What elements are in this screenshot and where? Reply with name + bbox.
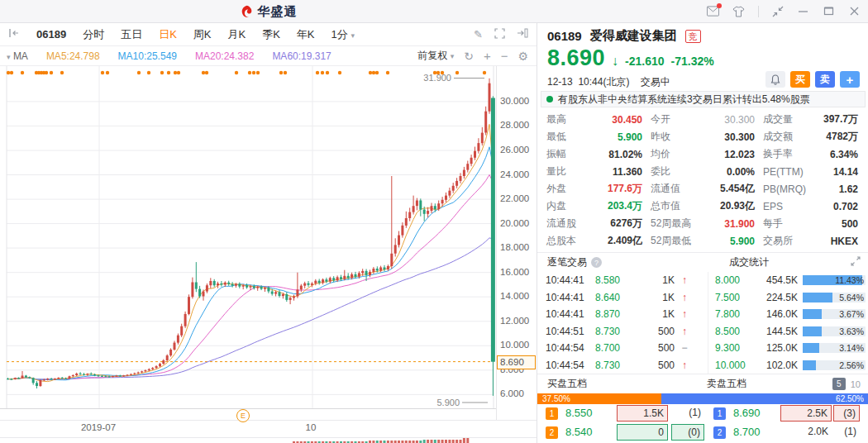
minute-dropdown[interactable]: 1分 ▾ — [331, 27, 355, 42]
stat-price: 8.500 — [715, 326, 755, 337]
sell-order-count: (3) — [833, 405, 860, 422]
price-scale: 30.00028.00026.00024.00022.00020.00018.0… — [496, 66, 537, 420]
volume-pane-clipped — [0, 438, 496, 443]
stat-bar-fill — [803, 309, 822, 319]
expand-stats-icon[interactable] — [851, 256, 861, 269]
tick-row: 10:44:518.730500↑ — [537, 323, 708, 341]
tick-row: 10:44:548.700500− — [537, 340, 708, 357]
news-ticker[interactable]: 有股东从非中央结算系统连续3交易日累计转出5.48%股票 — [541, 91, 866, 107]
tick-list: 10:44:418.5801K↑10:44:418.6401K↑10:44:41… — [537, 272, 708, 374]
mail-icon[interactable] — [707, 6, 719, 18]
sell-price[interactable]: 8.690 — [733, 407, 777, 419]
quote-value: 30.450 — [612, 114, 642, 126]
close-icon[interactable] — [849, 6, 861, 18]
stat-bar: 2.56% — [803, 360, 866, 370]
sell-button[interactable]: 卖 — [815, 71, 835, 88]
quote-column: 今开30.300昨收30.300均价12.023委比0.00%流通值5.454亿… — [646, 111, 759, 250]
y-axis-label: 28.000 — [500, 120, 529, 130]
sell-quantity[interactable]: 2.0K — [780, 424, 832, 441]
sell-quantity[interactable]: 2.5K — [780, 405, 832, 422]
dock-right-icon[interactable] — [517, 28, 528, 41]
quote-label: 流通股 — [546, 217, 576, 231]
buy-quantity[interactable]: 1.5K — [617, 405, 668, 422]
quote-value: 12.023 — [724, 149, 755, 160]
candlestick-chart[interactable]: 31.9005.900 — [0, 66, 496, 409]
tick-up-arrow-icon: ↑ — [675, 308, 694, 320]
buy-quantity[interactable]: 0 — [617, 424, 668, 441]
tick-time: 10:44:41 — [546, 274, 595, 286]
fullscreen-icon[interactable] — [494, 28, 505, 41]
x-axis-label: 10 — [306, 422, 317, 432]
adjust-mode-dropdown[interactable]: 前复权 ▾ — [417, 49, 454, 63]
last-price: 8.690 — [547, 45, 605, 71]
draw-pencil-icon[interactable]: ✎ — [474, 28, 483, 41]
quote-row: 成交额4782万 — [759, 128, 862, 145]
stat-bar-fill — [803, 293, 832, 302]
quote-value: 6276万 — [610, 217, 642, 231]
svg-text:5.900: 5.900 — [436, 398, 460, 407]
buy-button[interactable]: 买 — [790, 71, 810, 88]
zoom-out-icon[interactable]: − — [501, 49, 508, 63]
sell-depth-title: 卖盘五档 — [707, 377, 746, 391]
y-axis-label: 6.000 — [500, 388, 524, 398]
refresh-icon[interactable]: ↻ — [464, 50, 474, 63]
depth-row: 28.5400(0)28.7002.0K(1) — [537, 423, 868, 442]
y-axis-label: 30.000 — [500, 96, 529, 106]
quote-label: 流通值 — [651, 182, 680, 196]
ma10-value: MA10:25.549 — [118, 50, 177, 62]
sell-price[interactable]: 8.700 — [733, 426, 777, 438]
tab-period-4[interactable]: 月K — [228, 27, 246, 42]
quote-value: 1.62 — [839, 183, 858, 195]
last-price-tag: 8.690 — [497, 355, 536, 369]
flame-logo-icon — [240, 5, 254, 19]
quote-label: 每手 — [763, 217, 783, 231]
stat-price: 10.000 — [715, 360, 755, 371]
quote-row: 外盘177.6万 — [542, 180, 646, 198]
tab-period-0[interactable]: 分时 — [83, 27, 104, 42]
depth-mode-10-button[interactable]: 10 — [851, 379, 861, 389]
help-icon[interactable]: ? — [591, 257, 602, 268]
stat-row: 7.500224.5K5.64% — [708, 289, 868, 307]
quote-value: 81.02% — [608, 149, 642, 160]
divider — [758, 6, 759, 17]
minimize-icon[interactable] — [798, 6, 810, 18]
panel-collapse-icon[interactable] — [8, 28, 20, 40]
tick-up-arrow-icon: ↑ — [675, 360, 694, 371]
tab-period-5[interactable]: 季K — [262, 27, 280, 42]
stock-name: 爱得威建设集团 — [590, 28, 677, 44]
depth-row: 18.5501.5K(1)18.6902.5K(3) — [537, 404, 868, 423]
tab-period-2-active[interactable]: 日K — [159, 27, 177, 42]
maximize-icon[interactable] — [823, 6, 836, 18]
stock-code: 06189 — [547, 29, 582, 43]
tab-period-3[interactable]: 周K — [193, 27, 212, 42]
add-watchlist-button[interactable]: + — [840, 71, 860, 88]
gear-icon[interactable]: ⚙ — [517, 50, 528, 63]
trade-section-header: 逐笔交易 ? 成交统计 — [537, 252, 868, 272]
zoom-in-icon[interactable]: + — [484, 49, 491, 63]
y-axis-label: 22.000 — [500, 193, 529, 203]
tick-time: 10:44:41 — [546, 292, 595, 303]
theme-skin-icon[interactable] — [732, 6, 745, 18]
price-down-arrow-icon: ↓ — [612, 54, 618, 69]
quote-label: 52周最高 — [651, 217, 691, 231]
quote-value: 6.34% — [830, 149, 858, 160]
tab-period-6[interactable]: 年K — [297, 27, 315, 42]
stat-bar-fill — [803, 360, 816, 370]
price-change: -21.610 — [625, 55, 664, 68]
tab-period-1[interactable]: 五日 — [121, 27, 142, 42]
shrink-window-icon[interactable] — [772, 6, 785, 18]
alert-bell-button[interactable] — [765, 71, 785, 88]
tick-price: 8.640 — [595, 292, 637, 303]
tick-up-arrow-icon: ↑ — [675, 292, 694, 303]
tick-volume: 1K — [637, 274, 675, 286]
buy-price[interactable]: 8.550 — [565, 407, 612, 419]
depth-levels: 18.5501.5K(1)18.6902.5K(3)28.5400(0)28.7… — [537, 404, 868, 443]
buy-price[interactable]: 8.540 — [565, 426, 612, 438]
tick-time: 10:44:51 — [546, 326, 595, 337]
stat-volume: 144.5K — [755, 326, 798, 337]
svg-text:31.900: 31.900 — [423, 73, 451, 83]
ma-group-dropdown[interactable]: ▾ MA — [7, 50, 28, 62]
depth-mode-5-button[interactable]: 5 — [832, 378, 846, 390]
event-marker-badge[interactable]: E — [236, 409, 250, 422]
quote-label: 今开 — [651, 112, 670, 126]
